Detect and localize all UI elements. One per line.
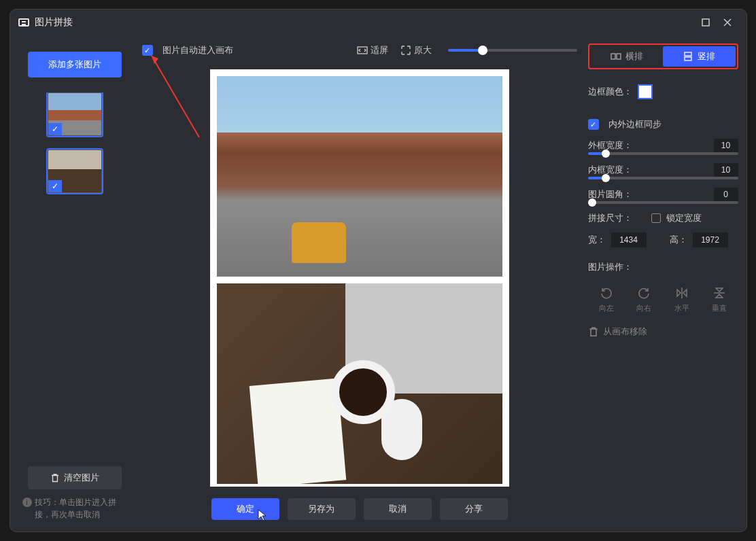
share-button[interactable]: 分享 — [440, 498, 508, 520]
zoom-slider[interactable] — [448, 49, 577, 52]
canvas — [210, 69, 509, 487]
inner-width-slider[interactable] — [588, 177, 738, 179]
top-controls: ✓ 图片自动进入画布 适屏 原大 — [139, 35, 580, 63]
lock-width-checkbox[interactable] — [651, 213, 661, 223]
sync-border-checkbox[interactable]: ✓ 内外边框同步 — [588, 118, 738, 130]
border-color-row: 边框颜色： — [588, 84, 738, 99]
outer-width-slider[interactable] — [588, 152, 738, 155]
checkbox-checked-icon: ✓ — [142, 45, 153, 56]
cancel-button[interactable]: 取消 — [364, 498, 432, 520]
svg-rect-8 — [685, 52, 691, 56]
right-panel: 横排 竖排 边框颜色： ✓ 内外边框同步 外框宽度： 10 — [580, 35, 746, 531]
canvas-area[interactable] — [139, 63, 580, 487]
trash-icon — [50, 473, 60, 483]
center-panel: ✓ 图片自动进入画布 适屏 原大 — [139, 35, 580, 531]
bottom-buttons: 确定 另存为 取消 分享 — [139, 487, 580, 531]
thumbnail-list: ✓ ✓ — [21, 92, 128, 462]
save-as-button[interactable]: 另存为 — [288, 498, 356, 520]
titlebar: 图片拼接 — [10, 10, 746, 35]
ops-label: 图片操作： — [588, 261, 738, 273]
vertical-button[interactable]: 竖排 — [663, 46, 736, 67]
original-icon — [400, 45, 411, 56]
orientation-toggle: 横排 竖排 — [588, 43, 738, 69]
maximize-button[interactable] — [695, 14, 717, 31]
flip-v-icon — [712, 285, 727, 300]
info-icon: i — [22, 498, 32, 507]
thumbnail-item[interactable]: ✓ — [48, 92, 102, 136]
svg-rect-6 — [611, 54, 615, 59]
check-icon: ✓ — [48, 180, 62, 192]
tip-text: i 技巧：单击图片进入拼接，再次单击取消 — [21, 493, 128, 525]
cursor-icon — [258, 509, 267, 521]
flip-vertical-button[interactable]: 垂直 — [712, 285, 727, 313]
add-images-button[interactable]: 添加多张图片 — [28, 52, 122, 77]
svg-rect-0 — [702, 19, 709, 26]
image-ops: 向左 向右 水平 垂直 — [588, 281, 738, 313]
canvas-image-slot[interactable] — [217, 283, 502, 484]
flip-horizontal-button[interactable]: 水平 — [674, 285, 689, 313]
window-title: 图片拼接 — [35, 16, 73, 29]
thumbnail-item[interactable]: ✓ — [48, 150, 102, 193]
vertical-icon — [683, 52, 693, 61]
original-size-button[interactable]: 原大 — [400, 44, 432, 56]
border-color-swatch[interactable] — [638, 84, 653, 99]
confirm-button[interactable]: 确定 — [211, 498, 279, 520]
corner-radius-slider[interactable] — [588, 201, 738, 204]
dialog-window: 图片拼接 添加多张图片 ✓ ✓ 清空图片 i 技巧：单击图片进入拼接，再次单击取… — [10, 9, 747, 532]
canvas-image-slot[interactable] — [217, 76, 502, 277]
rotate-right-icon — [636, 285, 651, 300]
auto-enter-checkbox[interactable]: ✓ 图片自动进入画布 — [142, 44, 233, 56]
close-button[interactable] — [717, 14, 738, 31]
check-icon: ✓ — [48, 123, 62, 135]
inner-width-value[interactable]: 10 — [714, 163, 738, 177]
height-input[interactable]: 1972 — [693, 232, 728, 247]
horizontal-button[interactable]: 横排 — [591, 46, 664, 67]
horizontal-icon — [611, 52, 621, 61]
fit-icon — [357, 45, 368, 56]
corner-radius-value[interactable]: 0 — [714, 188, 738, 201]
svg-rect-9 — [685, 57, 691, 60]
rotate-right-button[interactable]: 向右 — [636, 285, 651, 313]
rotate-left-button[interactable]: 向左 — [599, 285, 614, 313]
fit-screen-button[interactable]: 适屏 — [357, 44, 388, 56]
left-panel: 添加多张图片 ✓ ✓ 清空图片 i 技巧：单击图片进入拼接，再次单击取消 — [10, 35, 139, 531]
svg-rect-7 — [617, 54, 621, 59]
width-input[interactable]: 1434 — [611, 232, 647, 247]
flip-h-icon — [674, 285, 689, 300]
size-row: 拼接尺寸： 锁定宽度 — [588, 212, 738, 224]
collage-icon — [18, 18, 29, 27]
remove-from-canvas-button[interactable]: 从画布移除 — [588, 321, 738, 338]
clear-images-button[interactable]: 清空图片 — [28, 466, 122, 489]
rotate-left-icon — [599, 285, 614, 300]
outer-width-value[interactable]: 10 — [714, 139, 738, 152]
trash-icon — [588, 326, 599, 337]
checkbox-checked-icon: ✓ — [588, 119, 599, 130]
